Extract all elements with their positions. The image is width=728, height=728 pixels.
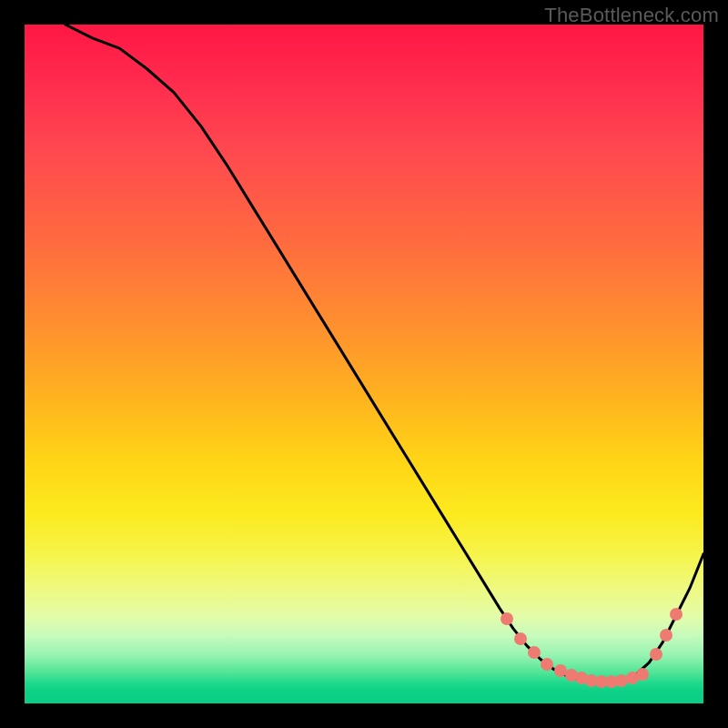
chart-stage: TheBottleneck.com — [0, 0, 728, 728]
marker-layer — [25, 25, 703, 703]
data-marker — [636, 668, 649, 681]
data-marker — [528, 646, 541, 659]
data-marker — [500, 612, 513, 625]
plot-area — [25, 25, 703, 703]
data-marker — [650, 648, 662, 661]
data-marker — [514, 632, 527, 645]
data-marker — [660, 629, 672, 642]
data-marker — [670, 608, 682, 621]
data-marker — [541, 658, 553, 671]
